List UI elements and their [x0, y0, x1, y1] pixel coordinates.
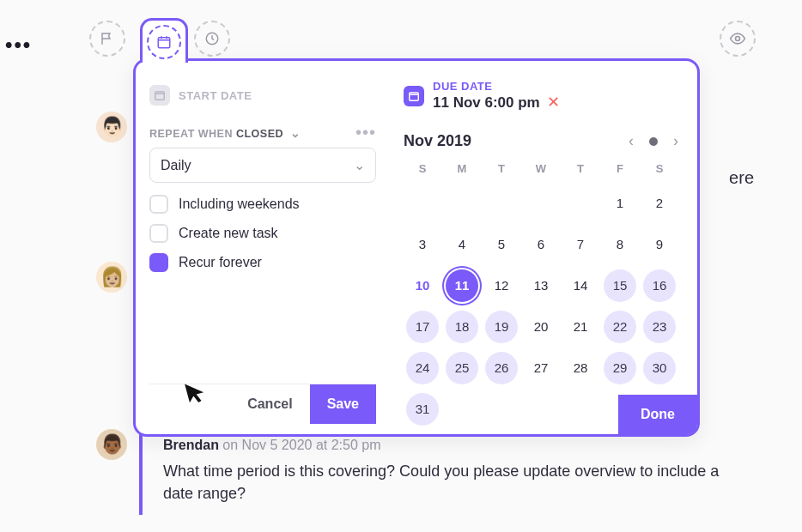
day-of-week-header: S	[404, 157, 441, 180]
checkbox-row[interactable]: Including weekends	[149, 195, 376, 214]
calendar-icon	[147, 25, 181, 59]
day-of-week-header: S	[641, 157, 678, 180]
next-month-button[interactable]: ›	[673, 132, 678, 150]
calendar-day[interactable]: 12	[485, 269, 518, 302]
calendar-day[interactable]: 17	[406, 311, 439, 343]
svg-rect-3	[155, 92, 165, 100]
due-date-label: DUE DATE	[433, 80, 560, 93]
checkbox-label: Including weekends	[179, 196, 300, 212]
day-of-week-header: T	[562, 157, 599, 180]
calendar-day[interactable]: 3	[406, 228, 439, 261]
date-popover: START DATE REPEAT WHEN CLOSED ⌄ ••• Dail…	[133, 58, 700, 437]
frequency-select[interactable]: Daily ⌄	[149, 148, 376, 183]
comment: Brendan on Nov 5 2020 at 2:50 pm What ti…	[139, 427, 740, 515]
avatar: 👨🏻	[96, 112, 127, 142]
repeat-when-toggle[interactable]: REPEAT WHEN CLOSED ⌄	[149, 126, 301, 140]
calendar-day[interactable]: 11	[446, 269, 478, 302]
calendar-day[interactable]: 21	[564, 311, 597, 343]
calendar-day[interactable]: 31	[406, 393, 439, 426]
comment-meta: on Nov 5 2020 at 2:50 pm	[222, 438, 380, 452]
calendar-day[interactable]: 14	[564, 269, 597, 302]
calendar-day[interactable]: 7	[564, 228, 597, 261]
checkbox[interactable]	[149, 253, 168, 272]
checkbox[interactable]	[149, 195, 168, 214]
calendar-day[interactable]: 28	[564, 352, 597, 384]
calendar-day[interactable]: 10	[406, 269, 439, 302]
day-of-week-header: W	[522, 157, 560, 180]
calendar-icon	[149, 85, 170, 106]
calendar-day[interactable]: 30	[643, 352, 676, 384]
popover-tab-calendar[interactable]	[140, 18, 188, 63]
calendar-day[interactable]: 19	[485, 311, 518, 343]
calendar-day[interactable]: 24	[406, 352, 439, 384]
checkbox-label: Create new task	[179, 226, 278, 241]
avatar: 👨🏾	[96, 429, 127, 460]
chevron-down-icon: ⌄	[287, 126, 301, 140]
calendar-day[interactable]: 26	[485, 352, 518, 384]
calendar-day[interactable]: 1	[604, 187, 636, 220]
start-date-label[interactable]: START DATE	[179, 89, 252, 102]
calendar-day[interactable]: 5	[485, 228, 518, 261]
calendar-day[interactable]: 15	[604, 269, 636, 302]
checkbox-label: Recur forever	[179, 255, 262, 270]
prev-month-button[interactable]: ‹	[629, 132, 634, 150]
comment-author: Brendan	[163, 438, 219, 452]
background-text: ere	[729, 168, 754, 188]
calendar-day[interactable]: 4	[446, 228, 478, 261]
calendar-day[interactable]: 2	[643, 187, 676, 220]
calendar-day[interactable]: 23	[643, 311, 676, 343]
day-of-week-header: M	[443, 157, 481, 180]
more-menu[interactable]: •••	[5, 33, 32, 57]
svg-point-1	[736, 37, 740, 41]
calendar-day[interactable]: 22	[604, 311, 636, 343]
clock-icon[interactable]	[194, 21, 230, 57]
checkbox[interactable]	[149, 224, 168, 243]
done-button[interactable]: Done	[618, 395, 697, 434]
comment-body: What time period is this covering? Could…	[163, 460, 720, 505]
svg-rect-4	[410, 92, 419, 100]
calendar-day[interactable]: 8	[604, 228, 636, 261]
save-button[interactable]: Save	[310, 384, 376, 424]
chevron-down-icon: ⌄	[354, 157, 365, 173]
avatar: 👩🏼	[96, 262, 127, 293]
clear-due-date[interactable]: ✕	[547, 94, 560, 111]
frequency-value: Daily	[161, 158, 191, 173]
today-button[interactable]	[649, 137, 658, 146]
calendar-day[interactable]: 29	[604, 352, 636, 384]
calendar-icon	[404, 86, 424, 106]
day-of-week-header: T	[483, 157, 520, 180]
cancel-button[interactable]: Cancel	[230, 384, 309, 424]
eye-icon[interactable]	[720, 21, 756, 57]
checkbox-row[interactable]: Create new task	[149, 224, 376, 243]
calendar-day[interactable]: 27	[525, 352, 557, 384]
checkbox-row[interactable]: Recur forever	[149, 253, 376, 272]
day-of-week-header: F	[601, 157, 639, 180]
calendar-day[interactable]: 25	[446, 352, 478, 384]
calendar-day[interactable]: 6	[525, 228, 557, 261]
calendar-day[interactable]: 16	[643, 269, 676, 302]
repeat-more-menu[interactable]: •••	[355, 123, 376, 142]
flag-icon[interactable]	[89, 21, 125, 57]
calendar-day[interactable]: 18	[446, 311, 478, 343]
calendar-day[interactable]: 20	[525, 311, 557, 343]
svg-rect-2	[158, 37, 170, 47]
calendar-day[interactable]: 9	[643, 228, 676, 261]
calendar-month-title: Nov 2019	[404, 132, 471, 150]
due-date-value[interactable]: 11 Nov 6:00 pm	[433, 94, 540, 111]
calendar-day[interactable]: 13	[525, 269, 557, 302]
